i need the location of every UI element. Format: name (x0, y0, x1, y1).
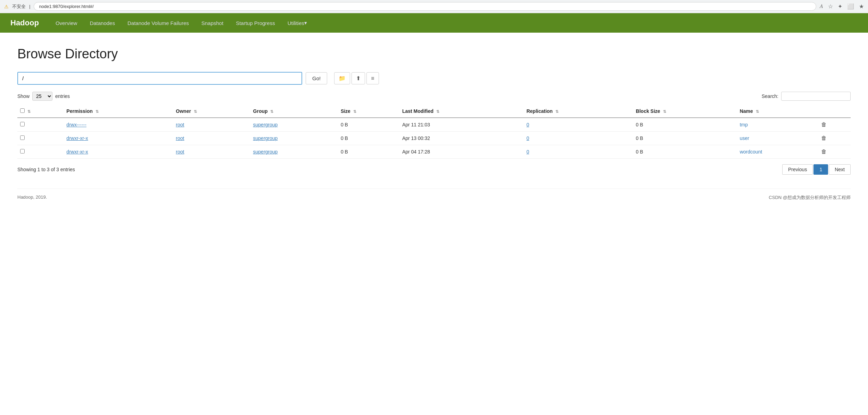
replication-link-2[interactable]: 0 (527, 149, 529, 155)
col-block-size[interactable]: Block Size ⇅ (633, 105, 737, 118)
next-button[interactable]: Next (829, 164, 851, 175)
permission-link-2[interactable]: drwxr-xr-x (66, 149, 88, 155)
nav-datanodes[interactable]: Datanodes (83, 13, 121, 33)
row-checkbox-2 (17, 145, 64, 159)
group-sort-icon[interactable]: ⇅ (270, 109, 273, 114)
replication-sort-icon[interactable]: ⇅ (555, 109, 559, 114)
row-block-size-1: 0 B (633, 132, 737, 145)
delete-button-2[interactable]: 🗑 (821, 149, 827, 155)
nav-utilities[interactable]: Utilities (281, 13, 313, 33)
nav-datanode-volume-failures[interactable]: Datanode Volume Failures (121, 13, 195, 33)
table-header-row: ⇅ Permission ⇅ Owner ⇅ Group ⇅ Size ⇅ (17, 105, 851, 118)
nav-snapshot[interactable]: Snapshot (195, 13, 230, 33)
read-mode-icon[interactable]: 𝐴 (820, 3, 823, 10)
checkbox-header: ⇅ (17, 105, 64, 118)
open-folder-button[interactable]: 📁 (334, 72, 350, 84)
security-label: 不安全 (12, 3, 26, 10)
table-row: drwx------ root supergroup 0 B Apr 11 21… (17, 118, 851, 132)
owner-link-0[interactable]: root (176, 122, 184, 127)
delete-button-0[interactable]: 🗑 (821, 122, 827, 127)
col-group[interactable]: Group ⇅ (250, 105, 338, 118)
group-link-2[interactable]: supergroup (253, 149, 278, 155)
col-permission[interactable]: Permission ⇅ (64, 105, 173, 118)
directory-table: ⇅ Permission ⇅ Owner ⇅ Group ⇅ Size ⇅ (17, 105, 851, 159)
row-replication-2: 0 (524, 145, 633, 159)
url-separator: | (29, 4, 30, 9)
row-size-0: 0 B (338, 118, 399, 132)
table-row: drwxr-xr-x root supergroup 0 B Apr 04 17… (17, 145, 851, 159)
group-link-1[interactable]: supergroup (253, 135, 278, 141)
upload-button[interactable]: ⬆ (352, 72, 365, 84)
collection-icon[interactable]: ★ (859, 3, 864, 10)
row-name-2: wordcount (737, 145, 818, 159)
replication-link-1[interactable]: 0 (527, 135, 529, 141)
main-content: Browse Directory Go! 📁 ⬆ ≡ Show 10 25 50… (0, 33, 868, 211)
last-modified-sort-icon[interactable]: ⇅ (436, 109, 439, 114)
table-footer: Showing 1 to 3 of 3 entries Previous 1 N… (17, 164, 851, 175)
previous-button[interactable]: Previous (782, 164, 813, 175)
entries-select[interactable]: 10 25 50 100 (32, 92, 52, 101)
col-name[interactable]: Name ⇅ (737, 105, 818, 118)
go-button[interactable]: Go! (306, 72, 327, 84)
select-all-checkbox[interactable] (20, 108, 25, 113)
col-size[interactable]: Size ⇅ (338, 105, 399, 118)
col-replication[interactable]: Replication ⇅ (524, 105, 633, 118)
security-warning-icon: ⚠ (4, 4, 9, 9)
split-view-icon[interactable]: ⬜ (847, 3, 854, 10)
nav-overview[interactable]: Overview (49, 13, 84, 33)
row-select-2[interactable] (20, 149, 25, 153)
row-last-modified-2: Apr 04 17:28 (399, 145, 524, 159)
favorites-icon[interactable]: ☆ (828, 3, 833, 10)
name-link-2[interactable]: wordcount (740, 149, 762, 155)
permission-sort-icon[interactable]: ⇅ (96, 109, 99, 114)
size-sort-icon[interactable]: ⇅ (353, 109, 356, 114)
nav-startup-progress[interactable]: Startup Progress (230, 13, 281, 33)
row-delete-1: 🗑 (818, 132, 851, 145)
row-replication-1: 0 (524, 132, 633, 145)
row-permission-0: drwx------ (64, 118, 173, 132)
name-link-0[interactable]: tmp (740, 122, 748, 127)
url-bar[interactable]: node1:9870/explorer.html#/ (34, 2, 816, 11)
list-view-button[interactable]: ≡ (366, 72, 379, 84)
row-group-1: supergroup (250, 132, 338, 145)
table-controls: Show 10 25 50 100 entries Search: (17, 92, 851, 101)
row-name-1: user (737, 132, 818, 145)
permission-link-1[interactable]: drwxr-xr-x (66, 135, 88, 141)
row-size-1: 0 B (338, 132, 399, 145)
replication-link-0[interactable]: 0 (527, 122, 529, 127)
delete-button-1[interactable]: 🗑 (821, 135, 827, 141)
row-last-modified-0: Apr 11 21:03 (399, 118, 524, 132)
owner-link-1[interactable]: root (176, 135, 184, 141)
sort-icon[interactable]: ⇅ (27, 109, 31, 114)
group-link-0[interactable]: supergroup (253, 122, 278, 127)
name-link-1[interactable]: user (740, 135, 749, 141)
owner-sort-icon[interactable]: ⇅ (194, 109, 197, 114)
path-input[interactable] (17, 72, 302, 85)
brand-label[interactable]: Hadoop (7, 18, 42, 27)
page-1-button[interactable]: 1 (813, 164, 828, 175)
search-input[interactable] (781, 92, 851, 101)
page-title: Browse Directory (17, 47, 851, 61)
block-size-sort-icon[interactable]: ⇅ (663, 109, 666, 114)
row-delete-2: 🗑 (818, 145, 851, 159)
extensions-icon[interactable]: ✦ (838, 3, 842, 10)
row-delete-0: 🗑 (818, 118, 851, 132)
name-sort-icon[interactable]: ⇅ (756, 109, 759, 114)
navbar: Hadoop Overview Datanodes Datanode Volum… (0, 13, 868, 33)
row-select-1[interactable] (20, 135, 25, 140)
row-owner-2: root (173, 145, 250, 159)
owner-link-2[interactable]: root (176, 149, 184, 155)
entries-label: entries (55, 93, 70, 99)
show-label: Show (17, 93, 30, 99)
footer-left: Hadoop, 2019. (17, 194, 47, 201)
permission-link-0[interactable]: drwx------ (66, 122, 86, 127)
col-owner[interactable]: Owner ⇅ (173, 105, 250, 118)
row-group-2: supergroup (250, 145, 338, 159)
row-replication-0: 0 (524, 118, 633, 132)
row-checkbox-0 (17, 118, 64, 132)
col-last-modified[interactable]: Last Modified ⇅ (399, 105, 524, 118)
row-select-0[interactable] (20, 122, 25, 126)
row-last-modified-1: Apr 13 00:32 (399, 132, 524, 145)
show-entries: Show 10 25 50 100 entries (17, 92, 70, 101)
entry-count: Showing 1 to 3 of 3 entries (17, 167, 75, 172)
